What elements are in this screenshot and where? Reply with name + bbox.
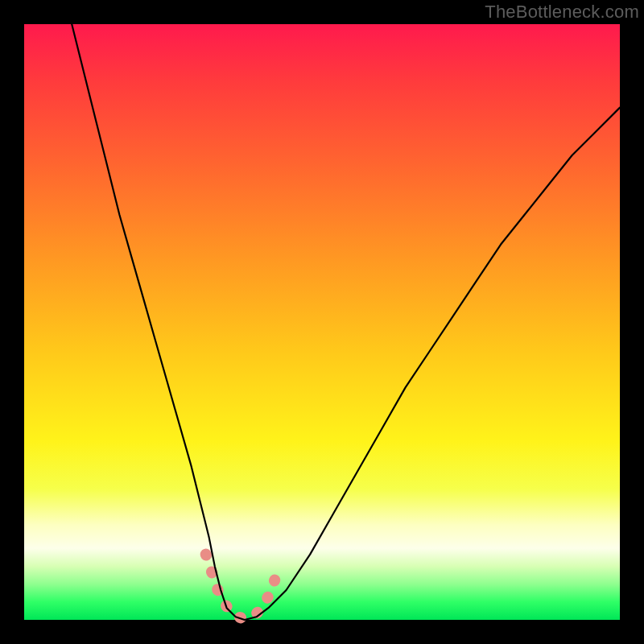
plot-area [24,24,620,620]
watermark-label: TheBottleneck.com [485,2,639,23]
series-primary-curve [72,24,620,620]
curve-svg [24,24,620,620]
chart-frame: TheBottleneck.com [0,0,644,644]
